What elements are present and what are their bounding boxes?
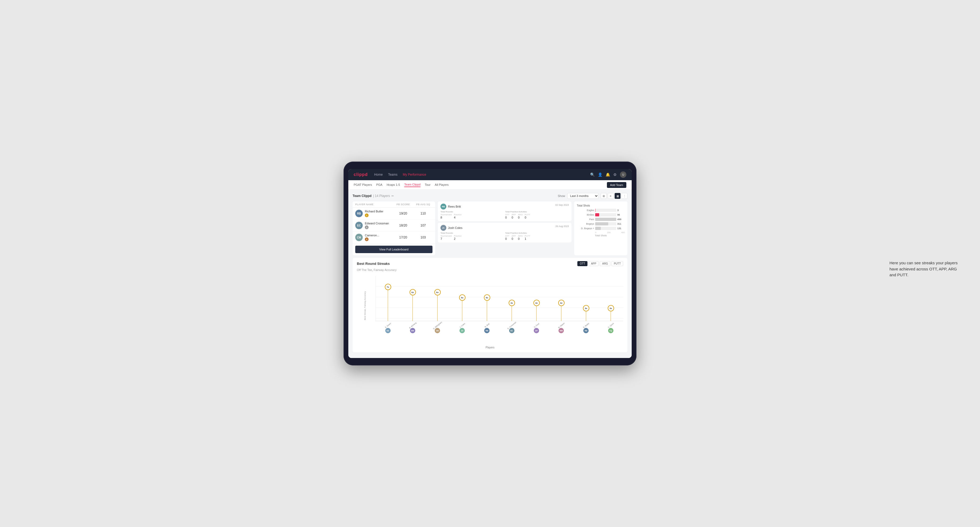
x-0: 0 — [595, 231, 596, 234]
nav-my-performance[interactable]: My Performance — [402, 173, 426, 176]
nav-home[interactable]: Home — [374, 173, 383, 176]
streak-avatar: JC — [460, 328, 465, 333]
list-view-button[interactable]: ≡ — [608, 193, 614, 199]
streak-avatar: DB — [435, 328, 440, 333]
time-period-select[interactable]: Last 3 months — [567, 193, 599, 199]
streak-bar-line — [586, 311, 586, 321]
arg-val: 0 — [518, 216, 522, 219]
tab-tour[interactable]: Tour — [425, 183, 430, 187]
arg-label-2: ARG — [518, 235, 522, 237]
practice-activities-row-2: OTT 0 APP 0 ARG 0 — [505, 235, 569, 240]
practice-activities-row: OTT 0 APP 0 ARG 0 — [505, 213, 569, 219]
stat-grid-2: Total Rounds Tournament 7 Practice 2 — [441, 232, 569, 240]
streak-player-name: R. Butler — [583, 322, 589, 329]
streak-bubble: 7x — [385, 284, 391, 290]
putt-val: 0 — [525, 216, 530, 219]
streak-player-name: R. Britt — [484, 323, 490, 328]
streak-player-name: J. Coles — [459, 322, 466, 329]
streak-player-info: R. Butler RB — [582, 324, 590, 333]
arg-val-2: 0 — [518, 237, 522, 240]
streaks-section: Best Round Streaks OTT APP ARG PUTT Off … — [353, 258, 627, 352]
lb-score-header: PB SCORE — [393, 203, 414, 206]
nav-teams[interactable]: Teams — [388, 173, 397, 176]
card-view-button[interactable]: ▦ — [615, 193, 620, 199]
settings-icon[interactable]: ⚙ — [613, 173, 617, 177]
streak-player-info: E. Crossman EC — [506, 324, 517, 333]
bell-icon[interactable]: 🔔 — [606, 173, 610, 177]
streak-avatar: CQ — [608, 328, 614, 333]
putt-stat: PUTT 0 — [525, 213, 530, 219]
edit-icon[interactable]: ✏ — [391, 194, 394, 198]
streak-player-col: 3x — [583, 305, 589, 321]
x-axis-label: Total Shots — [577, 234, 625, 237]
streak-bubble: 6x — [434, 289, 441, 295]
streak-bubble: 4x — [533, 300, 540, 306]
streak-bar-line — [437, 295, 438, 321]
stat-card-header-2: JC Josh Coles 26 Aug 2023 — [441, 225, 569, 231]
bar-value: 311 — [617, 222, 625, 225]
practice-stat-2: Practice 2 — [454, 235, 461, 240]
player-info: Edward Crossman 2 — [365, 222, 389, 229]
streak-player-col: 5x — [484, 294, 490, 321]
streak-bar-line — [561, 306, 562, 321]
streak-player-info: R. Britt RB — [484, 324, 490, 333]
bar-row: Eagles 3 — [577, 209, 625, 212]
player-info: Cameron... 3 — [365, 234, 379, 241]
table-view-button[interactable]: ⋮ — [622, 193, 627, 199]
avatar: EC — [355, 222, 363, 229]
practice-val: 4 — [454, 216, 461, 219]
tournament-stat: Tournament 8 — [441, 213, 452, 219]
practice-activities-label-2: Total Practice Activities — [505, 232, 569, 234]
bar-label: Bogeys — [577, 222, 594, 225]
avatar: JC — [441, 225, 446, 231]
bar-value: 3 — [617, 209, 625, 211]
stat-grid: Total Rounds Tournament 8 Practice 4 — [441, 211, 569, 219]
streak-avatar: MM — [559, 328, 564, 333]
ott-label-2: OTT — [505, 235, 509, 237]
person-icon[interactable]: 👤 — [598, 173, 602, 177]
bar-value: 499 — [617, 218, 625, 221]
streak-player-info: C. Quick CQ — [607, 324, 614, 333]
bar-track — [595, 227, 616, 230]
streak-player-info: B. McHerg BM — [408, 324, 417, 333]
search-icon[interactable]: 🔍 — [590, 173, 595, 177]
tab-team-clippd[interactable]: Team Clippd — [404, 183, 420, 187]
app-stat-2: APP 0 — [512, 235, 516, 240]
avatar: RB — [355, 210, 363, 217]
show-label: Show — [558, 194, 565, 197]
pb-score: 18/20 — [393, 224, 414, 227]
tab-pgat-players[interactable]: PGAT Players — [354, 183, 372, 187]
rounds-section-2: Total Rounds Tournament 7 Practice 2 — [441, 232, 504, 240]
streak-player-col: 4x — [509, 300, 515, 321]
add-team-button[interactable]: Add Team — [607, 182, 626, 188]
bar-label: D. Bogeys + — [577, 227, 594, 230]
tab-all-players[interactable]: All Players — [435, 183, 449, 187]
stat-date: 02 Sep 2023 — [555, 204, 569, 206]
arg-filter-button[interactable]: ARG — [600, 261, 610, 266]
ott-val: 0 — [505, 216, 509, 219]
bar-label: Eagles — [577, 209, 594, 211]
putt-label-2: PUTT — [525, 235, 530, 237]
streak-bar-line — [462, 301, 462, 321]
practice-label: Practice — [454, 213, 461, 216]
avatar-icon[interactable]: U — [620, 171, 626, 178]
ott-label: OTT — [505, 213, 509, 216]
ott-filter-button[interactable]: OTT — [578, 261, 587, 266]
putt-val-2: 1 — [525, 237, 530, 240]
bar-track — [595, 218, 616, 221]
view-full-leaderboard-button[interactable]: View Full Leaderboard — [355, 246, 433, 253]
streak-bubble: 3x — [583, 305, 589, 311]
practice-stat: Practice 4 — [454, 213, 461, 219]
streak-player-name: C. Quick — [608, 322, 614, 329]
tab-hcaps[interactable]: Hcaps 1-5 — [387, 183, 400, 187]
bar-fill — [595, 227, 601, 230]
streak-bubble: 6x — [410, 289, 416, 295]
app-filter-button[interactable]: APP — [589, 261, 599, 266]
grid-view-button[interactable]: ⊞ — [601, 193, 607, 199]
bar-chart: Total Shots Eagles 3 Birdies 96 Pars 499… — [577, 204, 625, 237]
putt-filter-button[interactable]: PUTT — [611, 261, 623, 266]
y-axis-label: Best Streak, Fairway Accuracy — [364, 291, 366, 320]
tab-pga[interactable]: PGA — [376, 183, 382, 187]
streaks-title: Best Round Streaks — [357, 262, 390, 266]
lb-player-header: PLAYER NAME — [355, 203, 393, 206]
